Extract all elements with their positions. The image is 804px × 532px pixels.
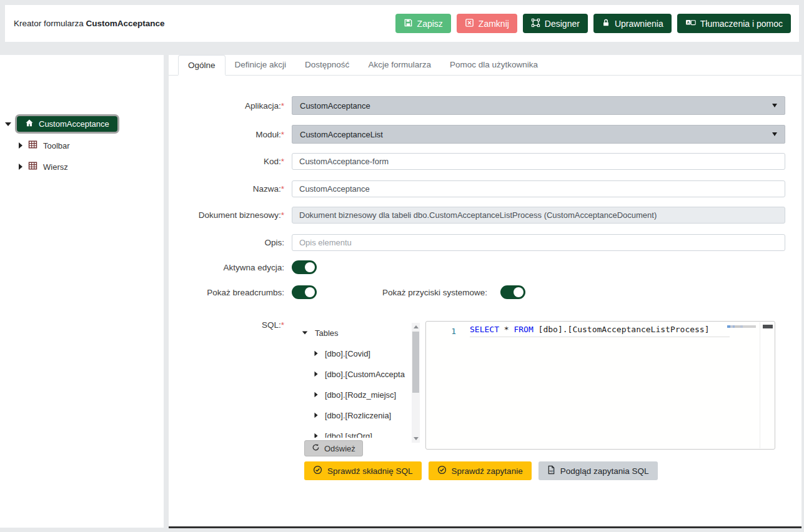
page-title-name: CustomAcceptance	[86, 19, 165, 28]
sql-area: Tables [dbo].[Covid] [dbo].[CustomAccept…	[292, 318, 792, 484]
check-circle-icon	[437, 465, 447, 476]
editor-line-number: 1	[426, 327, 456, 336]
lock-icon	[602, 18, 610, 29]
chevron-right-icon[interactable]	[314, 392, 317, 398]
sql-table-ref: [dbo].[CustomAcceptanceListProcess]	[538, 325, 710, 334]
minimap-marks	[727, 325, 756, 328]
permissions-button[interactable]: Uprawnienia	[593, 14, 672, 33]
tree-scrollbar[interactable]	[412, 323, 420, 443]
check-sql-syntax-button[interactable]: Sprawdź składnię SQL	[304, 461, 422, 480]
business-document-label: Dokument biznesowy:*	[169, 210, 292, 220]
content-panel: Ogólne Definicje akcji Dostępność Akcje …	[169, 55, 802, 528]
form-row-module: Moduł:* CustomAcceptanceList	[169, 125, 802, 144]
refresh-button-label: Odśwież	[324, 444, 355, 453]
form-row-breadcrumbs: Pokaż breadcrumbs: Pokaż przyciski syste…	[169, 285, 802, 299]
scrollbar-thumb[interactable]	[412, 332, 419, 393]
description-label: Opis:	[169, 238, 292, 247]
toggle-knob	[514, 287, 524, 297]
tree-node-table[interactable]: [dbo].[CustomAccepta	[314, 369, 412, 379]
translations-button-label: Tłumaczenia i pomoc	[700, 19, 783, 29]
refresh-icon	[312, 443, 320, 453]
sql-keyword: SELECT	[470, 325, 499, 334]
close-x-icon	[465, 18, 474, 29]
check-query-label: Sprawdź zapytanie	[452, 466, 523, 476]
tree-node-table[interactable]: [dbo].[Covid]	[314, 348, 412, 358]
tree-node-table[interactable]: [dbo].[strOrg]	[314, 431, 412, 438]
header-bar: Kreator formularza CustomAcceptance Zapi…	[5, 5, 799, 42]
close-button-label: Zamknij	[479, 19, 509, 29]
application-label: Aplikacja:*	[169, 101, 292, 111]
name-label: Nazwa:*	[169, 184, 292, 194]
tab-dostepnosc[interactable]: Dostępność	[295, 55, 359, 76]
required-asterisk: *	[281, 210, 284, 220]
module-select[interactable]: CustomAcceptanceList	[292, 125, 785, 144]
close-button[interactable]: Zamknij	[457, 14, 517, 33]
tree-item-label: Wiersz	[43, 162, 68, 172]
save-button[interactable]: Zapisz	[395, 14, 451, 33]
header-actions: Zapisz Zamknij Designer Uprawnienia A Tł…	[395, 14, 791, 33]
tab-akcje-formularza[interactable]: Akcje formularza	[359, 55, 440, 76]
translation-icon: A	[685, 18, 696, 29]
chevron-right-icon[interactable]	[19, 142, 22, 149]
form-row-name: Nazwa:*	[169, 180, 802, 197]
form-row-description: Opis:	[169, 234, 802, 251]
document-icon: sql	[547, 465, 555, 476]
active-edit-label: Aktywna edycja:	[169, 263, 292, 272]
sql-code-line[interactable]: SELECT * FROM [dbo].[CustomAcceptanceLis…	[470, 325, 730, 337]
chevron-right-icon[interactable]	[314, 433, 317, 438]
show-breadcrumbs-toggle[interactable]	[292, 285, 317, 299]
designer-button[interactable]: Designer	[523, 14, 588, 33]
active-edit-toggle[interactable]	[292, 260, 317, 274]
form-row-active-edit: Aktywna edycja:	[169, 260, 802, 274]
designer-button-label: Designer	[545, 19, 580, 29]
page-title: Kreator formularza CustomAcceptance	[14, 5, 165, 42]
description-input[interactable]	[292, 234, 785, 251]
chevron-right-icon[interactable]	[314, 413, 317, 418]
tab-bar: Ogólne Definicje akcji Dostępność Akcje …	[169, 55, 802, 76]
chevron-right-icon[interactable]	[314, 372, 317, 377]
scroll-up-icon[interactable]	[414, 325, 419, 328]
module-label: Moduł:*	[169, 130, 292, 139]
show-system-buttons-toggle[interactable]	[500, 285, 525, 299]
chevron-down-icon[interactable]	[5, 122, 11, 126]
tree-node-tables[interactable]: Tables	[302, 328, 412, 338]
name-input[interactable]	[292, 180, 785, 197]
sql-label: SQL:*	[169, 318, 292, 330]
scroll-down-icon[interactable]	[414, 437, 419, 440]
form-row-sql: SQL:* Tables [dbo].[Covid]	[169, 318, 802, 484]
sql-star: *	[504, 325, 509, 334]
home-icon	[25, 119, 34, 129]
preview-sql-button[interactable]: sql Podgląd zapytania SQL	[538, 461, 658, 480]
check-query-button[interactable]: Sprawdź zapytanie	[429, 461, 532, 480]
show-system-buttons-label: Pokaż przyciski systemowe:	[382, 288, 487, 297]
chevron-right-icon[interactable]	[314, 351, 317, 357]
minimap-slider[interactable]	[763, 325, 773, 328]
tree-item-label: Toolbar	[43, 141, 70, 150]
tree-node-table[interactable]: [dbo].[Rozliczenia]	[314, 410, 412, 420]
tree-item-toolbar[interactable]: Toolbar	[19, 140, 70, 151]
page-title-prefix: Kreator formularza	[14, 19, 86, 28]
tab-definicje-akcji[interactable]: Definicje akcji	[226, 55, 296, 76]
refresh-button[interactable]: Odśwież	[304, 440, 363, 456]
chevron-right-icon[interactable]	[19, 164, 22, 170]
tree-node-label: [dbo].[Rodz_miejsc]	[325, 390, 396, 400]
chevron-down-icon[interactable]	[302, 331, 308, 334]
tree-root-node-customacceptance[interactable]: CustomAcceptance	[15, 114, 119, 134]
code-label: Kod:*	[169, 157, 292, 166]
tab-pomoc-dla-uzytkownika[interactable]: Pomoc dla użytkownika	[440, 55, 547, 76]
tree-node-table[interactable]: [dbo].[Rodz_miejsc]	[314, 390, 412, 400]
translations-button[interactable]: A Tłumaczenia i pomoc	[677, 14, 791, 33]
tree-item-wiersz[interactable]: Wiersz	[19, 161, 68, 172]
tab-ogolne[interactable]: Ogólne	[178, 55, 226, 76]
tree-node-label: [dbo].[strOrg]	[325, 431, 372, 438]
check-sql-syntax-label: Sprawdź składnię SQL	[327, 466, 413, 476]
sql-code-editor[interactable]: 1 SELECT * FROM [dbo].[CustomAcceptanceL…	[425, 321, 775, 450]
toggle-knob	[305, 287, 315, 297]
show-breadcrumbs-label: Pokaż breadcrumbs:	[169, 288, 292, 297]
application-select[interactable]: CustomAcceptance	[292, 96, 785, 115]
code-input[interactable]	[292, 153, 785, 170]
required-asterisk: *	[281, 320, 284, 330]
page: { "header": { "title_prefix": "Kreator f…	[0, 0, 804, 532]
designer-icon	[531, 18, 540, 29]
tree-node-label: Tables	[315, 328, 339, 338]
